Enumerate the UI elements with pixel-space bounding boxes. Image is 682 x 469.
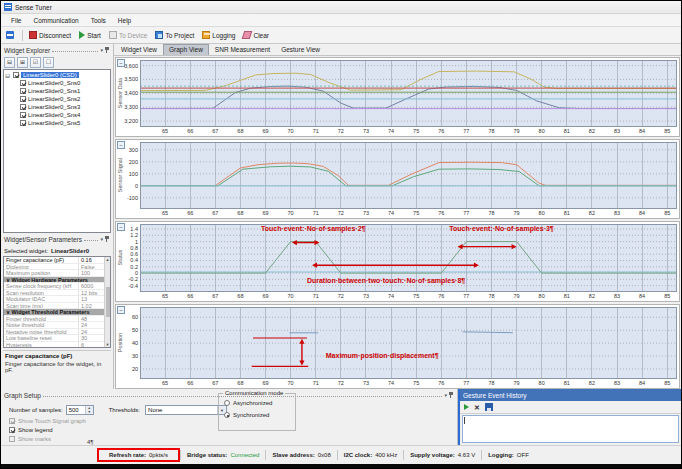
tree-sensor-row[interactable]: LinearSlider0_Sns2 [4,95,110,103]
sensor-label: LinearSlider0_Sns0 [28,80,80,86]
sensor-checkbox[interactable] [20,88,26,94]
svg-text:66: 66 [187,210,193,216]
svg-text:3,300: 3,300 [124,104,138,110]
checkbox-icon [9,418,15,424]
pin-icon[interactable] [105,235,110,243]
tab-graph-view[interactable]: Graph View [163,44,209,55]
annotation-text: Touch·event:·No·of·samples·2¶ [261,225,366,233]
chart-collapse-icon[interactable]: − [117,59,125,67]
thresholds-dropdown[interactable]: None ▼ [145,405,227,415]
radio-icon[interactable] [224,412,230,418]
panel-menu-icon[interactable]: ▾ [100,236,103,242]
chart-collapse-icon[interactable]: − [117,223,125,231]
tree-sensor-row[interactable]: LinearSlider0_Sns1 [4,87,110,95]
tree-sensor-row[interactable]: LinearSlider0_Sns0 [4,79,110,87]
menu-item-communication[interactable]: Communication [27,16,84,25]
panel-menu-icon[interactable]: ▾ [444,392,447,398]
status-refresh-rate: Refresh rate:0pkts/s [103,452,174,458]
menu-item-help[interactable]: Help [112,16,137,25]
toolbar-clear-button[interactable]: Clear [241,30,273,40]
parameter-scrollbar[interactable]: ▲ ▼ [104,257,110,347]
scroll-up-icon[interactable]: ▲ [106,257,110,262]
sensor-checkbox[interactable] [20,112,26,118]
tree-root-label[interactable]: LinearSlider0 (CSD) [21,72,79,78]
status-bar: Refresh rate:0pkts/sBridge status:Connec… [1,445,681,464]
toolbar-connect-button[interactable] [4,30,18,40]
toolbar-to-device-button: To Device [107,30,152,40]
checkbox-label: Show Touch Signal graph [18,418,86,424]
tab-widget-view[interactable]: Widget View [116,45,162,55]
tree-root-checkbox[interactable] [13,72,19,78]
project-icon [155,31,163,39]
toolbar-logging-label: Logging [212,32,235,39]
svg-text:78: 78 [488,128,494,134]
svg-text:76: 76 [438,293,444,299]
number-of-samples-stepper[interactable]: 500 ▲▼ [66,405,94,415]
uncheck-all-button[interactable]: ☐ [43,57,54,68]
status-label: Supply voltage: [410,452,455,458]
parameter-value[interactable]: 0.16 [78,257,104,263]
chart-panel-sensor-data: −656667686970717273747576777879808182838… [115,57,680,137]
svg-text:66: 66 [187,128,193,134]
pin-icon[interactable] [449,391,454,399]
svg-text:20: 20 [132,366,138,372]
svg-text:79: 79 [514,380,520,386]
svg-text:80: 80 [539,210,545,216]
check-all-button[interactable]: ☑ [30,57,41,68]
chart-svg-1: 6566676869707172737475767778798081828384… [116,140,679,218]
radio-icon[interactable] [224,400,230,406]
tree-sensor-row[interactable]: LinearSlider0_Sns4 [4,111,110,119]
toolbar-logging-button[interactable]: Logging [200,30,239,40]
bottom-border [1,464,681,468]
graph-area: Widget ViewGraph ViewSNR MeasurementGest… [114,44,681,389]
chart-collapse-icon[interactable]: − [117,141,125,149]
status-label: Slave address: [272,452,314,458]
save-icon[interactable] [485,403,493,411]
sensor-checkbox[interactable] [20,96,26,102]
radio-asynchronized[interactable]: Asynchronized [224,400,295,406]
gesture-history-log[interactable] [462,415,679,443]
tree-sensor-row[interactable]: LinearSlider0_Sns3 [4,103,110,111]
radio-synchronized[interactable]: Synchronized [224,412,295,418]
sensor-checkbox[interactable] [20,80,26,86]
parameter-row[interactable]: Hysteresis6 [4,342,104,349]
toolbar-disconnect-button[interactable]: Disconnect [27,30,75,40]
document-page-mark: 4¶ [87,439,94,445]
number-of-samples-value[interactable]: 500 [67,406,85,414]
expand-all-button[interactable]: ⊞ [17,57,28,68]
svg-text:72: 72 [338,210,344,216]
play-icon[interactable] [464,404,469,410]
tree-collapse-icon[interactable]: ⊟ [4,72,11,79]
toolbar-to-project-button[interactable]: To Project [153,30,198,40]
svg-text:70: 70 [288,128,294,134]
collapse-all-button[interactable]: ⊟ [4,57,15,68]
menu-item-tools[interactable]: Tools [85,16,112,25]
scroll-thumb[interactable] [106,287,110,317]
stepper-buttons[interactable]: ▲▼ [85,406,93,414]
panel-menu-icon[interactable]: ▾ [100,47,103,53]
svg-text:72: 72 [338,380,344,386]
chart-collapse-icon[interactable]: − [117,306,125,314]
svg-text:74: 74 [388,380,394,386]
tab-gesture-view[interactable]: Gesture View [276,45,325,55]
stepper-down-icon[interactable]: ▼ [86,410,93,414]
graph-setup-panel: Graph Setup ▾ Number of samples: 500 ▲▼ … [1,389,458,445]
status-bridge-status: Bridge status:Connected [181,452,265,458]
svg-text:71: 71 [313,128,319,134]
svg-text:69: 69 [262,128,268,134]
clear-history-icon[interactable]: ✕ [474,404,480,411]
scroll-down-icon[interactable]: ▼ [106,342,110,347]
toolbar-start-button[interactable]: Start [77,30,105,40]
sensor-checkbox[interactable] [20,104,26,110]
svg-text:300: 300 [129,147,138,153]
tab-snr-measurement[interactable]: SNR Measurement [210,45,275,55]
parameter-value: 12 bits [78,290,104,296]
checkbox-icon[interactable] [9,427,15,433]
tree-sensor-row[interactable]: LinearSlider0_Sns5 [4,119,110,127]
tree-root-row[interactable]: ⊟LinearSlider0 (CSD) [4,71,110,79]
parameter-label: Finger capacitance (pF) [4,257,78,263]
sensor-checkbox[interactable] [20,120,26,126]
menu-item-file[interactable]: File [5,16,27,25]
parameters-title: Widget/Sensor Parameters [4,236,82,243]
pin-icon[interactable] [105,46,110,54]
